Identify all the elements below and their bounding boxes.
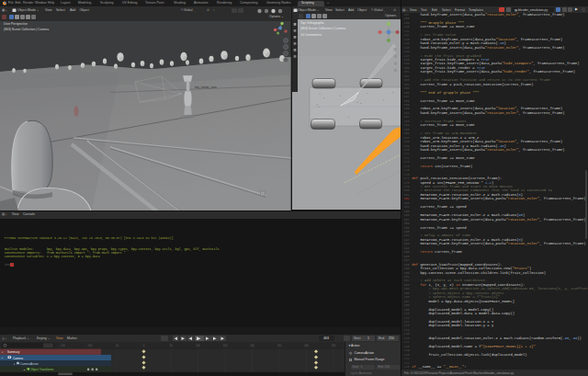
svg-text:-100: -100 xyxy=(87,344,93,348)
svg-text:200: 200 xyxy=(250,344,254,348)
svg-text:Summary: Summary xyxy=(7,350,20,354)
svg-text:50: 50 xyxy=(169,344,173,348)
svg-text:100: 100 xyxy=(196,344,200,348)
svg-text:Object Transforms: Object Transforms xyxy=(30,368,54,371)
svg-text:300: 300 xyxy=(304,344,309,348)
svg-text:-150: -150 xyxy=(60,344,65,348)
svg-text:250: 250 xyxy=(277,344,282,348)
svg-text:my_rotate_axis: my_rotate_axis xyxy=(195,85,217,88)
svg-text:CameraAction: CameraAction xyxy=(20,362,39,366)
svg-text:Camera: Camera xyxy=(13,357,23,360)
svg-text:150: 150 xyxy=(223,344,228,348)
svg-text:-50: -50 xyxy=(115,344,119,348)
svg-text:350: 350 xyxy=(332,344,336,348)
